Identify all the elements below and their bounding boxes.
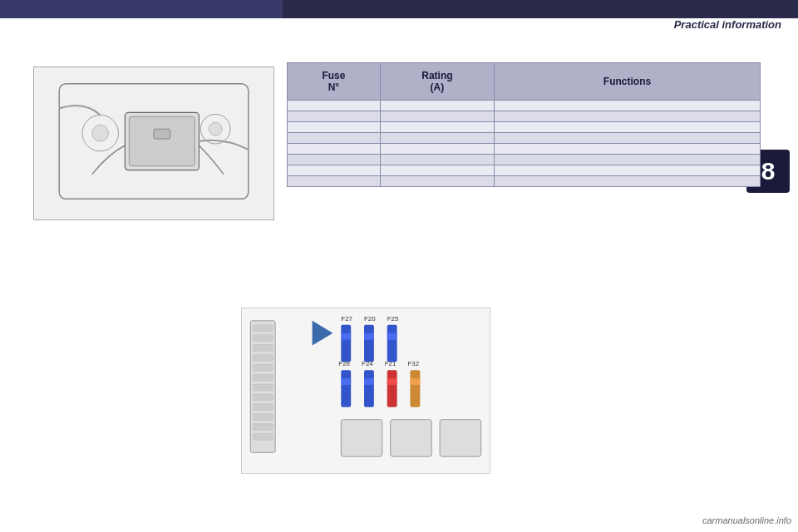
fuse-num xyxy=(288,122,381,133)
fuse-diagram: F27 F20 F25 F28 F24 F21 F32 xyxy=(241,308,490,474)
fuse-num xyxy=(288,144,381,155)
svg-text:F24: F24 xyxy=(362,360,373,367)
table-row xyxy=(288,176,761,187)
fuse-function xyxy=(495,111,761,122)
svg-rect-24 xyxy=(364,325,374,362)
top-bar xyxy=(0,0,798,18)
svg-text:F25: F25 xyxy=(387,315,399,323)
svg-text:F21: F21 xyxy=(385,360,397,367)
fuse-rating xyxy=(380,165,494,176)
col-rating-header: Rating(A) xyxy=(380,63,494,101)
fuse-function xyxy=(495,176,761,187)
fuse-num xyxy=(288,155,381,165)
fuse-function xyxy=(495,133,761,144)
svg-rect-32 xyxy=(341,370,351,407)
svg-rect-43 xyxy=(410,378,420,385)
col-fuse-header: FuseN° xyxy=(288,63,381,101)
svg-text:F20: F20 xyxy=(364,315,376,323)
svg-rect-12 xyxy=(253,335,273,342)
svg-rect-8 xyxy=(154,129,170,139)
svg-rect-42 xyxy=(387,378,397,385)
svg-point-7 xyxy=(209,122,222,135)
svg-rect-35 xyxy=(410,370,420,407)
top-bar-accent xyxy=(0,0,283,18)
fuse-num xyxy=(288,101,381,111)
fuse-rating xyxy=(380,101,494,111)
car-engine-svg xyxy=(34,67,273,219)
svg-rect-17 xyxy=(253,384,273,391)
svg-rect-29 xyxy=(341,333,351,340)
table-row xyxy=(288,165,761,176)
svg-rect-3 xyxy=(129,116,195,165)
svg-rect-45 xyxy=(391,420,432,457)
fuse-function xyxy=(495,101,761,111)
svg-rect-15 xyxy=(253,364,273,371)
svg-text:F27: F27 xyxy=(341,315,352,323)
fuse-rating xyxy=(380,176,494,187)
svg-rect-44 xyxy=(341,420,382,457)
fuse-num xyxy=(288,165,381,176)
svg-rect-46 xyxy=(440,420,481,457)
fuse-function xyxy=(495,155,761,165)
fuse-num xyxy=(288,133,381,144)
fuse-diagram-svg: F27 F20 F25 F28 F24 F21 F32 xyxy=(242,308,490,473)
svg-rect-13 xyxy=(253,345,273,352)
table-row xyxy=(288,144,761,155)
svg-rect-31 xyxy=(387,333,397,340)
fuse-function xyxy=(495,144,761,155)
table-row xyxy=(288,155,761,165)
svg-rect-22 xyxy=(253,433,273,440)
svg-rect-34 xyxy=(387,370,397,407)
fuse-rating xyxy=(380,111,494,122)
col-functions-header: Functions xyxy=(495,63,761,101)
table-row xyxy=(288,111,761,122)
svg-rect-23 xyxy=(341,325,351,362)
svg-rect-41 xyxy=(364,378,374,385)
fuse-function xyxy=(495,165,761,176)
table-row xyxy=(288,101,761,111)
svg-rect-14 xyxy=(253,354,273,361)
svg-rect-18 xyxy=(253,394,273,401)
svg-rect-33 xyxy=(364,370,374,407)
svg-rect-40 xyxy=(341,378,351,385)
table-row xyxy=(288,122,761,133)
svg-rect-16 xyxy=(253,374,273,381)
page-header-title: Practical information xyxy=(674,18,781,31)
fuse-rating xyxy=(380,122,494,133)
fuse-table: FuseN° Rating(A) Functions xyxy=(287,62,761,187)
fuse-rating xyxy=(380,144,494,155)
fuse-rating xyxy=(380,155,494,165)
svg-text:F32: F32 xyxy=(407,360,419,367)
table-row xyxy=(288,133,761,144)
fuse-rating xyxy=(380,133,494,144)
website-logo: carmanualsonline.info xyxy=(702,515,791,525)
car-engine-image xyxy=(33,66,274,220)
svg-rect-25 xyxy=(387,325,397,362)
fuse-num xyxy=(288,111,381,122)
fuse-num xyxy=(288,176,381,187)
svg-text:F28: F28 xyxy=(338,360,350,367)
svg-rect-21 xyxy=(253,424,273,431)
svg-rect-19 xyxy=(253,404,273,411)
svg-point-5 xyxy=(92,125,109,141)
svg-rect-11 xyxy=(253,325,273,332)
svg-rect-30 xyxy=(364,333,374,340)
svg-rect-20 xyxy=(253,414,273,421)
fuse-function xyxy=(495,122,761,133)
